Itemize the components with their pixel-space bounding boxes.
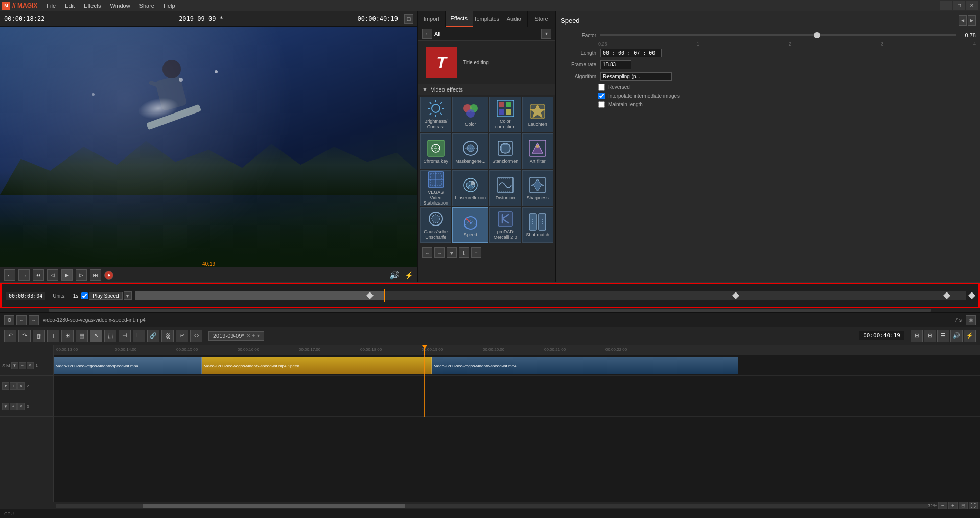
effects-next-btn[interactable]: → [434, 247, 445, 258]
tl-unlink-btn[interactable]: ⛓ [161, 330, 174, 342]
effects-dropdown-btn[interactable]: ▾ [541, 29, 551, 39]
tab-import[interactable]: Import [418, 11, 446, 27]
menu-share[interactable]: Share [135, 2, 158, 10]
win-maximize-btn[interactable]: □ [953, 1, 965, 10]
tl-link-btn[interactable]: 🔗 [147, 330, 159, 342]
tl-clip-btn[interactable]: ⊢ [133, 330, 145, 342]
clip-2-speed[interactable]: video-1280-seo-vegas-videofx-speed-int.m… [202, 357, 432, 374]
effect-sharpness[interactable]: Sharpness [522, 170, 553, 206]
factor-slider[interactable] [600, 34, 956, 36]
effect-vegas-video[interactable]: VEGAS Video Stabilization [420, 170, 451, 206]
mark-in-btn[interactable]: ⌐ [4, 269, 15, 281]
record-btn[interactable]: ● [104, 271, 113, 280]
view-list-btn[interactable]: ☰ [937, 330, 949, 342]
effects-info-btn[interactable]: ℹ [459, 247, 469, 258]
kf-playspeed-checkbox[interactable] [81, 292, 88, 299]
effects-scroll-inner[interactable]: T Title editing ▼ Video effects [418, 41, 555, 282]
tl-redo-btn[interactable]: ↷ [18, 330, 31, 342]
reversed-checkbox[interactable] [598, 84, 605, 91]
title-editing-tile[interactable]: T [426, 47, 457, 78]
effect-stanzformen[interactable]: Stanzformen [489, 133, 521, 169]
track-1-close[interactable]: ✕ [27, 362, 34, 369]
effect-color-correction[interactable]: Color correction [489, 97, 521, 132]
effects-fav-btn[interactable]: ♥ [447, 247, 457, 258]
menu-edit[interactable]: Edit [61, 2, 79, 10]
hscroll-thumb[interactable] [143, 504, 405, 508]
tl-trim-btn[interactable]: ⊣ [119, 330, 131, 342]
hscroll-track[interactable] [56, 504, 928, 508]
tab-effects[interactable]: Effects [446, 11, 473, 27]
effect-art-filter[interactable]: Art filter [522, 133, 553, 169]
kf-diamond-2[interactable] [732, 292, 739, 299]
view-grid-btn[interactable]: ⊞ [924, 330, 936, 342]
mark-out-btn[interactable]: ¬ [18, 269, 30, 281]
maintain-checkbox[interactable] [598, 101, 605, 108]
interpolate-checkbox[interactable] [598, 93, 605, 99]
kf-progress-thumb[interactable] [49, 309, 931, 312]
video-effects-header[interactable]: ▼ Video effects [418, 84, 555, 95]
clip-3[interactable]: video-1280-seo-vegas-videofx-speed-int.m… [432, 357, 738, 374]
length-input[interactable] [600, 49, 662, 57]
bottom-fwd-btn[interactable]: → [29, 315, 39, 325]
project-add-btn[interactable]: + [252, 333, 255, 339]
effect-prodad[interactable]: proDAD Mercalli 2.0 [489, 207, 521, 243]
menu-file[interactable]: File [42, 2, 60, 10]
track-1-expand[interactable]: ▼ [11, 362, 18, 369]
step-fwd-btn[interactable]: ▷ [76, 269, 87, 281]
effect-shot-match[interactable]: Shot match [522, 207, 553, 243]
speed-panel-next[interactable]: ▶ [968, 15, 976, 26]
track-3-add[interactable]: + [10, 403, 17, 410]
tl-title-btn[interactable]: T [47, 330, 59, 342]
effect-color[interactable]: Color [452, 97, 488, 132]
track-3-expand[interactable]: ▼ [2, 403, 9, 410]
tl-undo-btn[interactable]: ↶ [4, 330, 16, 342]
effect-linsenreflexion[interactable]: Linsenreflexion [452, 170, 488, 206]
algorithm-input[interactable] [600, 72, 672, 81]
bottom-back-btn[interactable]: ← [16, 315, 27, 325]
effect-leuchten[interactable]: Leuchten [522, 97, 553, 132]
track-1-add[interactable]: + [19, 362, 26, 369]
tl-marker-btn[interactable]: ⊞ [61, 330, 74, 342]
tab-store[interactable]: Store [528, 11, 555, 27]
effects-view-btn[interactable]: ≡ [471, 247, 481, 258]
kf-diamond-end[interactable] [968, 292, 975, 299]
effects-back-btn[interactable]: ← [422, 29, 432, 39]
kf-diamond-3[interactable] [943, 292, 950, 299]
menu-effects[interactable]: Effects [80, 2, 105, 10]
tab-templates[interactable]: Templates [473, 11, 501, 27]
tl-select2-btn[interactable]: ⬚ [104, 330, 116, 342]
effect-speed[interactable]: Speed [452, 207, 488, 243]
tl-track-btn[interactable]: ▤ [76, 330, 88, 342]
effect-maskengene[interactable]: Maskengene... [452, 133, 488, 169]
jump-start-btn[interactable]: ⏮ [33, 269, 44, 281]
view-fit-btn[interactable]: ⊟ [911, 330, 923, 342]
tl-normalize-btn[interactable]: ⇔ [190, 330, 202, 342]
tl-delete-btn[interactable]: 🗑 [33, 330, 45, 342]
menu-window[interactable]: Window [106, 2, 134, 10]
kf-dropdown-btn[interactable]: ▾ [124, 291, 132, 300]
track-content[interactable]: 00:00:13:00 00:00:14:00 00:00:15:00 00:0… [54, 345, 980, 502]
tl-cut-btn[interactable]: ✂ [176, 330, 188, 342]
play-btn[interactable]: ▶ [61, 269, 73, 281]
kf-bar[interactable] [135, 291, 966, 300]
speed-panel-prev[interactable]: ◀ [959, 15, 967, 26]
bottom-options-btn[interactable]: ◉ [966, 315, 976, 325]
project-menu-btn[interactable]: ▾ [257, 333, 260, 339]
settings-btn[interactable]: ⚡ [405, 271, 413, 279]
track-2-expand[interactable]: ▼ [2, 382, 9, 390]
preview-options-btn[interactable]: □ [404, 14, 413, 24]
track-2-close[interactable]: ✕ [17, 382, 25, 390]
bottom-settings-btn[interactable]: ⚙ [4, 315, 14, 325]
effects-prev-btn[interactable]: ← [422, 247, 432, 258]
tl-select-btn[interactable]: ↖ [90, 330, 102, 342]
win-minimize-btn[interactable]: — [940, 1, 952, 10]
tab-audio[interactable]: Audio [500, 11, 528, 27]
effect-chroma-key[interactable]: Chroma key [420, 133, 451, 169]
step-back-btn[interactable]: ◁ [47, 269, 58, 281]
effect-distortion[interactable]: Distortion [489, 170, 521, 206]
clip-1[interactable]: video-1280-seo-vegas-videofx-speed-int.m… [54, 357, 202, 374]
jump-end-btn[interactable]: ⏭ [90, 269, 101, 281]
view-snap-btn[interactable]: ⚡ [964, 330, 976, 342]
effect-brightness[interactable]: Brightness/Contrast [420, 97, 451, 132]
track-3-close[interactable]: ✕ [17, 403, 25, 410]
